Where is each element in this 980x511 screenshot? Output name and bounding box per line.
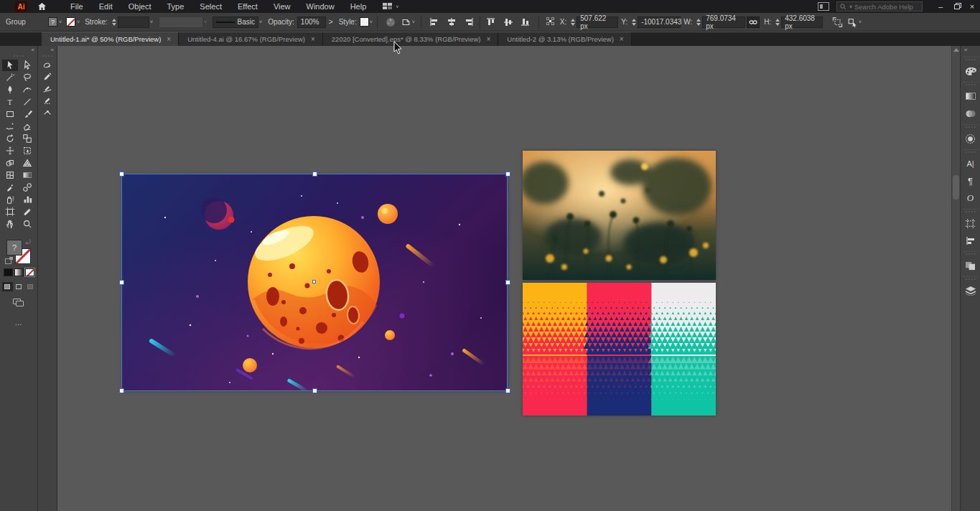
drawer-grip[interactable] [39, 55, 55, 57]
color-button[interactable] [4, 268, 13, 276]
stroke-color-control[interactable]: ˅ [66, 17, 80, 27]
help-search[interactable]: ˅ [836, 1, 923, 11]
opacity-expand-icon[interactable]: > [329, 18, 333, 26]
tab-close-icon[interactable]: × [167, 35, 171, 43]
h-stepper[interactable] [775, 19, 780, 26]
selection-handle-ne[interactable] [505, 172, 510, 177]
halftone-pattern-artwork[interactable] [523, 283, 716, 416]
selection-handle-se[interactable] [505, 388, 510, 393]
minimize-button[interactable]: – [933, 0, 948, 13]
select-similar-objects-icon[interactable]: ˅ [847, 16, 862, 29]
restore-button[interactable] [948, 0, 964, 13]
fill-proxy[interactable]: ? [6, 240, 22, 255]
tool-magic-wand[interactable] [2, 72, 18, 83]
tab-untitled-4[interactable]: Untitled-4.ai @ 16.67% (RGB/Preview)× [179, 32, 323, 46]
menu-object[interactable]: Object [121, 1, 159, 12]
none-button[interactable] [25, 268, 34, 276]
align-left-icon[interactable] [427, 16, 442, 29]
layers-panel-icon[interactable] [962, 283, 979, 299]
toolbar-grip[interactable] [11, 55, 27, 57]
align-middle-icon[interactable] [501, 16, 515, 29]
opentype-panel-icon[interactable]: O [962, 190, 979, 206]
canvas[interactable] [57, 46, 951, 511]
drawer-tool-path-eraser[interactable] [39, 94, 56, 106]
color-panel-icon[interactable] [962, 63, 979, 79]
tool-artboard[interactable] [2, 206, 18, 217]
tool-rotate[interactable] [2, 133, 18, 144]
scroll-up-icon[interactable] [953, 48, 959, 52]
home-icon[interactable] [37, 2, 47, 11]
tab-untitled-2[interactable]: Untitled-2 @ 3.13% (RGB/Preview)× [498, 32, 631, 46]
recolor-artwork-icon[interactable] [383, 16, 398, 29]
swap-fill-stroke-icon[interactable]: ⤾ [26, 238, 32, 246]
reference-point-locator[interactable] [546, 17, 554, 27]
default-fill-stroke-icon[interactable] [5, 258, 11, 264]
tool-rectangle[interactable] [2, 108, 18, 120]
gradient-button[interactable] [14, 268, 24, 276]
selection-center-point[interactable] [312, 280, 316, 283]
selection-handle-n[interactable] [312, 172, 317, 177]
menu-effect[interactable]: Effect [230, 1, 266, 12]
artboards-panel-icon[interactable] [962, 215, 979, 231]
isolate-object-icon[interactable] [830, 16, 844, 29]
drawer-tool-shaper[interactable] [39, 60, 56, 71]
w-stepper[interactable] [696, 19, 701, 26]
menu-help[interactable]: Help [342, 1, 375, 12]
align-right-icon[interactable] [462, 16, 476, 29]
tool-lasso[interactable] [19, 72, 35, 83]
tool-paintbrush[interactable] [19, 108, 35, 120]
draw-inside-button[interactable] [25, 282, 36, 291]
align-panel-icon[interactable] [962, 233, 979, 248]
menu-select[interactable]: Select [192, 1, 230, 12]
drawer-tool-join[interactable] [39, 106, 56, 117]
menu-edit[interactable]: Edit [91, 1, 121, 12]
tool-mesh[interactable] [2, 169, 18, 181]
tool-line-segment[interactable] [19, 96, 35, 108]
y-stepper[interactable] [632, 19, 636, 26]
draw-behind-button[interactable] [14, 282, 24, 291]
stroke-weight-stepper[interactable] [112, 19, 116, 26]
stroke-weight-field[interactable] [118, 17, 149, 28]
character-panel-icon[interactable]: A| [962, 156, 979, 172]
tool-gradient[interactable] [19, 169, 35, 181]
tab-untitled-1[interactable]: Untitled-1.ai* @ 50% (RGB/Preview)× [42, 32, 179, 46]
menu-file[interactable]: File [62, 1, 91, 12]
tool-scale[interactable] [19, 133, 35, 144]
tab-close-icon[interactable]: × [487, 35, 491, 43]
tab-22020-converted[interactable]: 22020 [Converted].eps* @ 8.33% (RGB/Prev… [323, 32, 499, 46]
tool-shaper[interactable] [2, 121, 18, 132]
search-input[interactable] [854, 3, 919, 11]
tool-free-transform[interactable] [19, 145, 35, 156]
constrain-proportions-icon[interactable] [747, 17, 760, 28]
drawer-tool-smooth[interactable] [39, 83, 56, 94]
menu-type[interactable]: Type [159, 1, 192, 12]
graphic-style-swatch[interactable] [360, 17, 369, 27]
tab-close-icon[interactable]: × [620, 35, 624, 43]
opacity-field[interactable]: 100% [297, 17, 326, 28]
selection-handle-s[interactable] [312, 388, 317, 393]
toolbar-collapse-icon[interactable]: « [0, 46, 37, 55]
selection-handle-nw[interactable] [119, 172, 124, 177]
tool-eyedropper[interactable] [2, 182, 18, 193]
x-stepper[interactable] [571, 19, 575, 26]
brush-definition-field[interactable]: Basic [213, 17, 258, 28]
flower-photo[interactable] [523, 151, 716, 280]
align-top-icon[interactable] [484, 16, 498, 29]
tool-blend[interactable] [19, 182, 35, 193]
selection-handle-w[interactable] [119, 280, 124, 285]
change-screen-mode-icon[interactable] [13, 299, 24, 307]
tool-direct-selection[interactable] [19, 60, 35, 71]
rail-collapse-icon[interactable]: « [961, 46, 980, 55]
pathfinder-panel-icon[interactable] [962, 258, 979, 273]
tool-width[interactable] [2, 145, 18, 156]
y-field[interactable]: -10017.0343 [638, 17, 681, 28]
tool-zoom[interactable] [19, 218, 35, 230]
menu-window[interactable]: Window [299, 1, 342, 12]
x-field[interactable]: 507.622 px [577, 17, 618, 28]
workspace-switcher-icon[interactable]: ˅ [383, 3, 398, 10]
fill-color-control[interactable]: ? ˅ [48, 17, 62, 27]
h-field[interactable]: 432.6038 px [781, 17, 823, 28]
drawer-expand-icon[interactable]: » [38, 46, 57, 55]
scrollbar-thumb[interactable] [953, 175, 959, 200]
tool-curvature[interactable] [19, 84, 35, 95]
